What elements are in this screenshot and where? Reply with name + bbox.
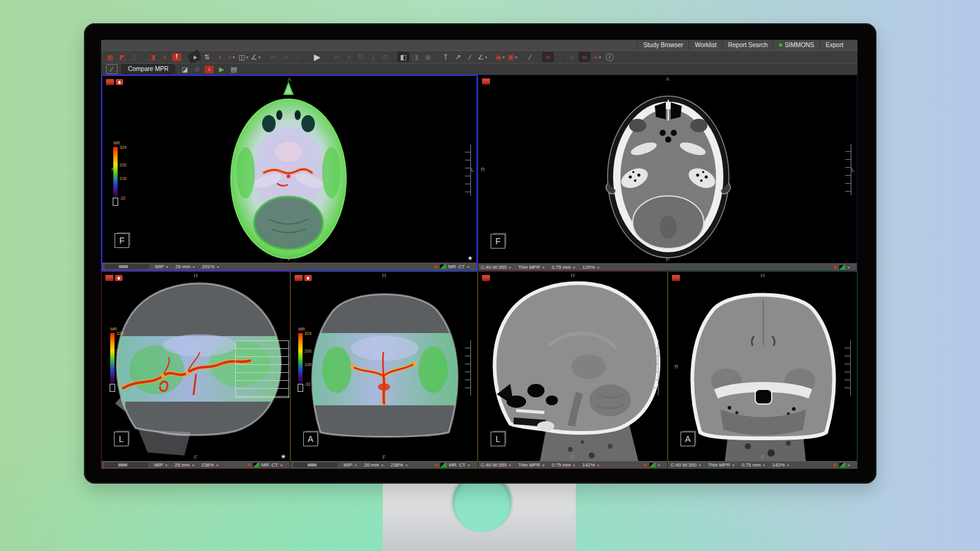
menu-study-browser[interactable]: Study Browser [637,40,688,50]
window-level[interactable]: C:40 W:350 [671,462,696,468]
angle-measure-icon[interactable]: ∠ [477,52,488,62]
slice-slider[interactable] [105,264,149,269]
viewport-axial-ct[interactable]: A P R L F [478,75,858,271]
menu-report-search[interactable]: Report Search [722,40,773,50]
window-level[interactable]: C:40 W:350 [481,462,507,468]
viewport-coronal-ct-image[interactable]: H F R A [668,272,857,461]
zoom-level[interactable]: 238% [391,462,403,468]
slider-thumb[interactable] [119,265,128,268]
render-preset[interactable]: MIP [155,264,164,269]
key-image-star-icon[interactable]: ★ [281,453,286,460]
render-preset[interactable]: MIP [154,462,163,468]
import-series-icon[interactable]: ↓ [205,66,214,73]
grid-layout-icon[interactable]: ◫ [238,52,249,62]
link-series-icon[interactable]: ∞ [542,52,554,62]
tool-c-icon[interactable]: ∷ [292,52,304,62]
save-view-icon[interactable]: ▣ [422,52,434,62]
slider-thumb[interactable] [307,463,317,467]
capture-icon[interactable] [304,275,312,281]
scalpel-icon[interactable]: ∕ [524,52,536,62]
edit-protocol-icon[interactable]: ∕ [106,64,118,74]
series-icon[interactable] [482,275,490,281]
series-icon[interactable] [106,79,114,85]
menu-export[interactable]: Export [820,40,849,50]
viewport-coronal-ct[interactable]: H F R A C:40 W:350▾ Th [668,271,858,469]
sync-link-icon[interactable]: ∞ [579,52,590,62]
series-icon[interactable] [105,275,113,281]
rotate-icon[interactable]: ↻ [355,52,367,62]
review-glasses-icon[interactable]: ∝ [159,52,170,62]
viewport-coronal-fused[interactable]: H F R MR 324 200 100 -32 A [290,271,478,469]
viewport-sagittal-fused-image[interactable]: H F MR 324 200 100 -32 L ★ [102,272,290,461]
viewport-axial-fused-image[interactable]: A P R L MR 324 200 100 -32 F ★ [102,76,477,263]
slab-icon[interactable]: ≈ [343,52,355,62]
layout-icon[interactable]: ▦ [104,52,116,62]
report-icon[interactable]: ▯ [129,52,140,62]
slab-thickness[interactable]: 0.75 mm [552,264,571,270]
viewport-coronal-fused-image[interactable]: H F R MR 324 200 100 -32 A [291,272,477,461]
zoom-level[interactable]: 238% [202,462,214,468]
slider-thumb[interactable] [118,463,127,467]
series-icon[interactable] [672,275,680,281]
cine-play-icon[interactable]: ▶ [310,52,325,62]
slab-thickness[interactable]: 0.75 mm [742,462,761,468]
viewport-sagittal-ct[interactable]: H F L C [478,271,668,469]
modality-ct[interactable]: CT [459,462,466,468]
auto-link-icon[interactable]: ∞ [567,52,578,62]
stack-scroll-icon[interactable]: ⇅ [201,52,213,62]
viewport-sagittal-fused[interactable]: H F MR 324 200 100 -32 L ★ [101,271,290,469]
grid-edit-icon[interactable]: ◪ [179,64,190,74]
patient-record-icon[interactable]: ▤ [228,64,239,74]
modality-mr[interactable]: MR [449,462,456,468]
slab-thickness[interactable]: 26 mm [175,462,189,468]
slab-thickness[interactable]: 26 mm [364,462,379,468]
slice-slider[interactable] [104,463,148,467]
window-level-icon[interactable]: ◑ [213,52,225,62]
pin-icon[interactable]: ⊕ [191,64,203,74]
viewport-axial-ct-image[interactable]: A P R L F [478,75,857,263]
viewport-sagittal-ct-image[interactable]: H F L [478,272,667,461]
render-preset[interactable]: MIP [344,462,352,468]
key-image-star-icon[interactable]: ★ [467,255,473,261]
tool-a-icon[interactable]: ▭ [268,52,279,62]
modality-mr[interactable]: MR [262,462,269,468]
capture-icon[interactable] [115,275,123,281]
zoom-level[interactable]: 142% [582,462,595,468]
zoom-level[interactable]: 201% [202,264,214,269]
modality-ct[interactable]: CT [271,462,278,468]
green-flag-icon[interactable]: ▶ [216,64,227,74]
series-icon[interactable] [482,78,490,84]
capture-icon[interactable] [116,79,123,85]
unlink-views-icon[interactable]: ◨ [410,52,421,62]
menu-user-simmons[interactable]: SIMMONS [773,40,820,50]
tool-b-icon[interactable]: ≍ [280,52,292,62]
slab-thickness[interactable]: 26 mm [175,264,190,269]
hanging-protocol-icon[interactable]: ≡ [225,52,237,62]
open-study-icon[interactable]: ◩ [116,52,128,62]
slice-slider[interactable] [293,463,337,467]
render-preset[interactable]: Thin MPR [708,462,730,468]
modality-mr[interactable]: MR [448,264,456,269]
slab-thickness[interactable]: 0.75 mm [552,462,571,468]
pointer-tool-icon[interactable]: ▲ [187,50,201,64]
link-options-icon[interactable]: ∞ [591,52,603,62]
mpr-icon[interactable]: ▱ [331,52,342,62]
window-level[interactable]: C:40 W:350 [481,264,507,270]
zoom-level[interactable]: 142% [772,462,785,468]
viewport-axial-fused[interactable]: A P R L MR 324 200 100 -32 F ★ [101,75,478,271]
menu-worklist[interactable]: Worklist [688,40,722,50]
render-preset[interactable]: Thin MPR [518,264,540,270]
text-annotation-icon[interactable]: T [440,52,451,62]
compare-mpr-button[interactable]: Compare MPR [121,64,175,74]
spine-label-icon[interactable]: ⋮ [554,52,566,62]
measure-tools-icon[interactable]: ∠ [250,52,262,62]
export-image-icon[interactable]: ▣ [507,52,518,62]
arrow-annotation-icon[interactable]: ↗ [452,52,464,62]
browse-thumbnails-icon[interactable]: ◨ [146,52,158,62]
info-icon[interactable]: i [606,53,614,61]
modality-ct[interactable]: CT [458,264,465,269]
curve-icon[interactable]: ∫ [368,52,379,62]
snapshot-icon[interactable]: ◉ [494,52,506,62]
zoom-level[interactable]: 120% [582,264,595,270]
series-icon[interactable] [295,275,303,281]
